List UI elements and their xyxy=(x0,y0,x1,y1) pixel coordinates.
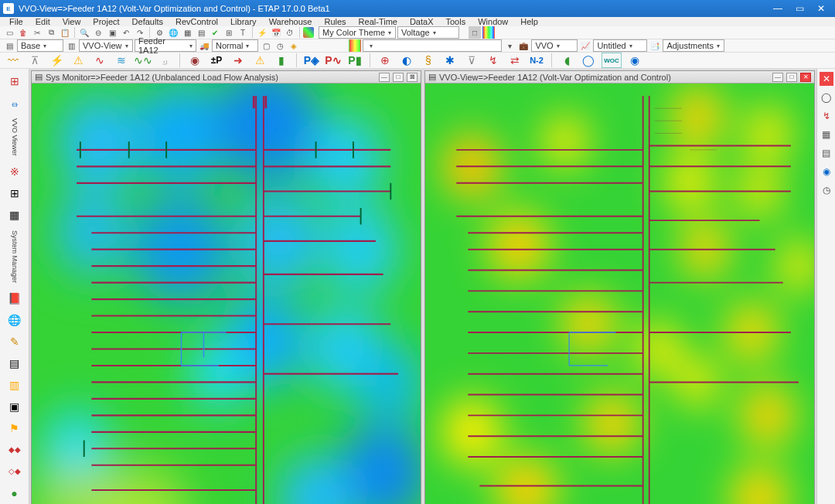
p-icon[interactable]: P◈ xyxy=(303,53,320,68)
chart-icon[interactable]: 📈 xyxy=(579,39,591,52)
bolt2-icon[interactable]: ↯ xyxy=(485,53,502,68)
arrow-icon[interactable]: ➜ xyxy=(230,53,247,68)
globe2-icon[interactable]: ◉ xyxy=(626,53,643,68)
undo-icon[interactable]: ↶ xyxy=(120,26,132,39)
rs-close-icon[interactable]: ✕ xyxy=(820,72,833,86)
pane-right-min-button[interactable]: — xyxy=(772,73,783,82)
grid2-icon[interactable]: ▤ xyxy=(195,26,207,39)
briefcase-icon[interactable]: 💼 xyxy=(517,39,530,52)
wave1-icon[interactable]: ∿ xyxy=(91,53,108,68)
voltage-dropdown[interactable]: Voltage xyxy=(397,26,459,39)
stack-icon[interactable]: ▥ xyxy=(65,39,77,52)
motor-icon[interactable]: ◉ xyxy=(186,53,203,68)
pane-left-min-button[interactable]: — xyxy=(379,73,390,82)
ls-tab-icon[interactable]: ▥ xyxy=(5,376,24,394)
ls-book-icon[interactable]: 📕 xyxy=(5,289,24,308)
maximize-button[interactable]: ▭ xyxy=(789,0,810,17)
wave2-icon[interactable]: ≋ xyxy=(113,53,130,68)
empty-dropdown[interactable] xyxy=(363,39,502,52)
ls-grid-icon[interactable]: ⊞ xyxy=(5,184,24,203)
menu-edit[interactable]: Edit xyxy=(29,17,56,26)
vtab-vvo-viewer[interactable]: VVO Viewer xyxy=(11,115,19,159)
ls-red1-icon[interactable]: ◆◆ xyxy=(5,441,24,459)
vvoview-dropdown[interactable]: VVO-View xyxy=(79,39,133,52)
ls-globe-icon[interactable]: 🌐 xyxy=(5,311,24,329)
minimize-button[interactable]: — xyxy=(767,0,789,17)
ls-doc-icon[interactable]: ▤ xyxy=(5,354,24,373)
zoomfit-icon[interactable]: ▣ xyxy=(106,26,118,39)
pwarn-icon[interactable]: ±P xyxy=(208,53,225,68)
pwave-icon[interactable]: P∿ xyxy=(325,53,342,68)
close-button[interactable]: ✕ xyxy=(810,0,832,17)
pbar-icon[interactable]: P▮ xyxy=(346,53,363,68)
ls-calc-icon[interactable]: ▦ xyxy=(5,206,24,224)
ls-onln-icon[interactable]: ⊞ xyxy=(5,72,24,90)
menu-warehouse[interactable]: Warehouse xyxy=(263,17,319,26)
leaf-icon[interactable]: ◖ xyxy=(558,53,575,68)
vvo-dropdown[interactable]: VVO xyxy=(531,39,578,52)
pane-left-max-button[interactable]: □ xyxy=(393,73,404,82)
down-icon[interactable]: ▾ xyxy=(503,39,516,52)
menu-view[interactable]: View xyxy=(56,17,87,26)
bolt-icon[interactable]: ⚡ xyxy=(48,53,65,68)
normal-dropdown[interactable]: Normal xyxy=(212,39,258,52)
menu-realtime[interactable]: Real-Time xyxy=(353,17,404,26)
rs-doc-icon[interactable]: ▤ xyxy=(820,146,833,160)
menu-file[interactable]: File xyxy=(3,17,29,26)
calendar-icon[interactable]: 📅 xyxy=(270,26,282,39)
rs-time-icon[interactable]: ◷ xyxy=(820,183,833,197)
freq-icon[interactable]: ⟓ xyxy=(156,53,173,68)
clock2-icon[interactable]: ◷ xyxy=(274,39,286,52)
menu-window[interactable]: Window xyxy=(472,17,514,26)
canvas-right[interactable] xyxy=(425,83,814,504)
coil-icon[interactable]: § xyxy=(420,53,437,68)
woc-icon[interactable]: WOC xyxy=(602,53,622,68)
truck-icon[interactable]: 🚚 xyxy=(198,39,210,52)
crosshair-icon[interactable]: ⊕ xyxy=(377,53,394,68)
ls-grn-icon[interactable]: ● xyxy=(5,484,24,502)
ls-link-icon[interactable]: ※ xyxy=(5,162,24,181)
menu-rules[interactable]: Rules xyxy=(318,17,352,26)
menu-help[interactable]: Help xyxy=(514,17,544,26)
menu-defaults[interactable]: Defaults xyxy=(126,17,169,26)
menu-revcontrol[interactable]: RevControl xyxy=(169,17,224,26)
chk-icon[interactable]: ✔ xyxy=(209,26,221,39)
menu-project[interactable]: Project xyxy=(87,17,125,26)
net-icon[interactable]: ⊽ xyxy=(463,53,480,68)
rainbow-icon[interactable] xyxy=(482,26,495,39)
tower-icon[interactable]: ⊼ xyxy=(26,53,43,68)
text-icon[interactable]: T xyxy=(237,26,249,39)
datebox-icon[interactable]: ▢ xyxy=(260,39,272,52)
cut-icon[interactable]: ✂ xyxy=(31,26,43,39)
ls-net-icon[interactable]: ⏛ xyxy=(5,94,24,112)
rainbow2-icon[interactable] xyxy=(349,39,361,52)
rs-pan-icon[interactable]: ↯ xyxy=(820,109,833,123)
pane-right-max-button[interactable]: □ xyxy=(786,73,797,82)
adjust-dropdown[interactable]: Adjustments xyxy=(663,39,724,52)
rs-grid-icon[interactable]: ▦ xyxy=(820,128,833,141)
paste-icon[interactable]: 📋 xyxy=(59,26,71,39)
toggle-a-icon[interactable]: □ xyxy=(469,26,481,39)
cube-icon[interactable]: ◈ xyxy=(288,39,300,52)
zoomout-icon[interactable]: ⊖ xyxy=(92,26,104,39)
ls-red2-icon[interactable]: ◇◆ xyxy=(5,462,24,481)
rs-zoom-icon[interactable]: ◉ xyxy=(820,165,833,179)
new-icon[interactable]: ▭ xyxy=(3,26,15,39)
copy-icon[interactable]: ⧉ xyxy=(45,26,57,39)
adjust-icon[interactable]: 📑 xyxy=(649,39,661,52)
zoomin-icon[interactable]: 🔍 xyxy=(78,26,90,39)
theme-dropdown[interactable]: My Color Theme xyxy=(319,26,396,39)
star-icon[interactable]: ✱ xyxy=(441,53,458,68)
switch-icon[interactable]: ⇄ xyxy=(506,53,523,68)
snap-icon[interactable]: ⊞ xyxy=(223,26,235,39)
arcwarn-icon[interactable]: ⚠ xyxy=(251,53,268,68)
bar-icon[interactable]: ▮ xyxy=(273,53,290,68)
warn-icon[interactable]: ⚠ xyxy=(70,53,87,68)
n2-label[interactable]: N-2 xyxy=(528,53,545,68)
canvas-left[interactable] xyxy=(32,83,421,504)
ls-flag-icon[interactable]: ⚑ xyxy=(5,419,24,438)
pane-right-close-button[interactable]: ✕ xyxy=(800,73,811,82)
ls-term-icon[interactable]: ▣ xyxy=(5,397,24,416)
pulse-icon[interactable]: ∿∿ xyxy=(135,53,152,68)
power-icon[interactable]: ⚡ xyxy=(256,26,268,39)
